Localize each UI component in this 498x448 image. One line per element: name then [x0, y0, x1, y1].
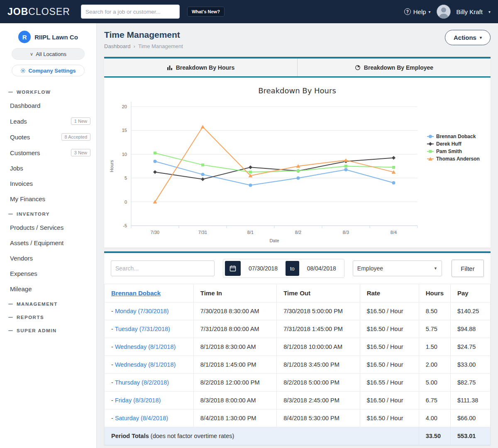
sidebar-section-management[interactable]: MANAGEMENT: [0, 297, 96, 310]
cell-hours: 8.50: [419, 302, 450, 320]
day-link[interactable]: Thursday (8/2/2018): [115, 379, 169, 386]
sidebar-item-mileage[interactable]: Mileage: [0, 281, 96, 297]
svg-text:7/30: 7/30: [151, 230, 159, 235]
sidebar-item-my-finances[interactable]: My Finances: [0, 191, 96, 207]
filter-button[interactable]: Filter: [452, 260, 484, 277]
sidebar-item-vendors[interactable]: Vendors: [0, 251, 96, 266]
employee-select-value: Employee: [357, 265, 383, 272]
sidebar-item-jobs[interactable]: Jobs: [0, 161, 96, 176]
sidebar-section-reports[interactable]: REPORTS: [0, 310, 96, 323]
chart-card: Breakdown By Hours Breakdown By Employee…: [104, 57, 491, 248]
col-hours: Hours: [419, 284, 450, 302]
logo-bold: JOB: [7, 6, 28, 17]
employee-select[interactable]: Employee ▼: [353, 261, 442, 276]
sidebar-item-leads[interactable]: Leads1 New: [0, 113, 96, 129]
day-link[interactable]: Monday (7/30/2018): [115, 308, 169, 314]
row-dash: -: [111, 379, 113, 386]
date-from-input[interactable]: [242, 261, 284, 276]
tab-breakdown-by-hours[interactable]: Breakdown By Hours: [104, 58, 297, 76]
sidebar-item-products-services[interactable]: Products / Services: [0, 220, 96, 235]
sidebar-item-dashboard[interactable]: Dashboard: [0, 98, 96, 113]
chevron-down-icon: ∨: [30, 51, 33, 57]
sidebar-item-invoices[interactable]: Invoices: [0, 176, 96, 191]
svg-text:5: 5: [124, 175, 127, 180]
employee-name-link[interactable]: Brennan Doback: [111, 290, 161, 297]
day-link[interactable]: Friday (8/3/2018): [115, 397, 161, 404]
sidebar-item-label: Leads: [10, 118, 71, 125]
table-row: - Friday (8/3/2018)8/3/2018 8:00:00 AM8/…: [105, 392, 491, 409]
help-menu[interactable]: ? Help ▾: [404, 8, 431, 15]
cell-pay: $111.38: [451, 392, 491, 409]
tab-employee-label: Breakdown By Employee: [364, 64, 433, 71]
company-settings-button[interactable]: Company Settings: [12, 65, 85, 76]
svg-text:0: 0: [124, 200, 127, 205]
table-search-input[interactable]: [111, 261, 215, 276]
chevron-down-icon[interactable]: ▾: [488, 10, 491, 14]
cell-time-in: 8/1/2018 8:30:00 AM: [193, 338, 276, 356]
count-badge: 8 Accepted: [61, 133, 90, 141]
sidebar-item-label: Jobs: [10, 165, 90, 172]
logo-light: CLOSER: [28, 6, 70, 17]
section-dash-icon: [8, 317, 13, 318]
all-locations-label: All Locations: [36, 51, 66, 57]
svg-text:Breakdown By Hours: Breakdown By Hours: [258, 86, 336, 95]
day-link[interactable]: Saturday (8/4/2018): [115, 415, 168, 421]
table-header-row: Brennan Doback Time In Time Out Rate Hou…: [105, 284, 491, 302]
cell-time-in: 8/1/2018 1:45:00 PM: [193, 356, 276, 374]
svg-text:Thomas Anderson: Thomas Anderson: [436, 156, 480, 162]
help-label: Help: [413, 8, 426, 15]
tab-breakdown-by-employee[interactable]: Breakdown By Employee: [297, 58, 491, 76]
chevron-down-icon: ▾: [480, 35, 482, 40]
calendar-button[interactable]: [225, 261, 241, 276]
sidebar-section-super-admin[interactable]: SUPER ADMIN: [0, 323, 96, 336]
breadcrumb-current: Time Management: [138, 43, 183, 49]
day-link[interactable]: Wednesday (8/1/2018): [115, 361, 176, 368]
cell-pay: $82.75: [451, 374, 491, 392]
table-row: - Saturday (8/4/2018)8/4/2018 1:30:00 PM…: [105, 409, 491, 427]
cell-rate: $16.50 / Hour: [360, 302, 419, 320]
actions-label: Actions: [454, 34, 476, 41]
total-hours: 33.50: [419, 427, 450, 445]
sidebar-item-customers[interactable]: Customers3 New: [0, 145, 96, 161]
row-dash: -: [111, 415, 113, 421]
user-name[interactable]: Billy Kraft: [456, 8, 483, 15]
chevron-down-icon: ▾: [429, 10, 431, 14]
sidebar-item-expenses[interactable]: Expenses: [0, 266, 96, 281]
all-locations-dropdown[interactable]: ∨ All Locations: [12, 48, 85, 60]
cell-hours: 1.50: [419, 338, 450, 356]
help-icon: ?: [404, 8, 411, 15]
sidebar-nav: WORKFLOWDashboardLeads1 NewQuotes8 Accep…: [0, 85, 96, 336]
sidebar-item-quotes[interactable]: Quotes8 Accepted: [0, 129, 96, 145]
cell-time-in: 8/2/2018 12:00:00 PM: [193, 374, 276, 392]
sidebar-section-workflow[interactable]: WORKFLOW: [0, 85, 96, 98]
section-dash-icon: [8, 92, 13, 93]
global-search-input[interactable]: [81, 5, 180, 19]
count-badge: 1 New: [71, 117, 90, 125]
cell-hours: 5.00: [419, 374, 450, 392]
cell-time-in: 7/30/2018 8:30:00 AM: [193, 302, 276, 320]
day-link[interactable]: Wednesday (8/1/2018): [115, 343, 176, 350]
user-avatar[interactable]: [437, 5, 451, 19]
actions-button[interactable]: Actions ▾: [445, 30, 491, 45]
day-link[interactable]: Tuesday (7/31/2018): [115, 326, 170, 332]
main-content: Time Management Dashboard › Time Managem…: [97, 23, 498, 448]
breadcrumb-dashboard[interactable]: Dashboard: [104, 43, 131, 49]
sidebar-item-assets-equipment[interactable]: Assets / Equipment: [0, 235, 96, 251]
cell-time-out: 8/1/2018 10:00:00 AM: [277, 338, 360, 356]
section-label: INVENTORY: [17, 212, 50, 217]
section-dash-icon: [8, 330, 13, 331]
cell-pay: $24.75: [451, 338, 491, 356]
sidebar: R RIIPL Lawn Co ∨ All Locations Company …: [0, 23, 97, 448]
timesheet-table: Brennan Doback Time In Time Out Rate Hou…: [104, 284, 491, 445]
pie-chart-icon: [355, 65, 361, 71]
date-to-input[interactable]: [301, 261, 342, 276]
breadcrumb: Dashboard › Time Management: [104, 43, 183, 49]
company-settings-label: Company Settings: [28, 68, 76, 74]
section-label: WORKFLOW: [17, 90, 51, 95]
svg-text:Pam Smith: Pam Smith: [436, 149, 462, 154]
cell-time-out: 8/4/2018 5:30:00 PM: [277, 409, 360, 427]
sidebar-section-inventory[interactable]: INVENTORY: [0, 207, 96, 220]
whats-new-button[interactable]: What's New?: [187, 7, 225, 17]
timesheet-card: to Employee ▼ Filter Brennan Doback Time…: [104, 251, 491, 445]
cell-pay: $33.00: [451, 356, 491, 374]
